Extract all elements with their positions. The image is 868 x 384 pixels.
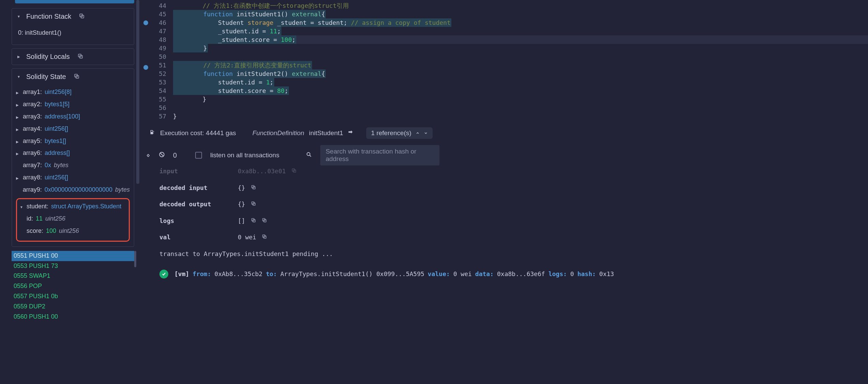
- copy-icon[interactable]: [291, 166, 297, 177]
- code-line[interactable]: [173, 103, 868, 112]
- log-row: logs[]: [159, 216, 854, 226]
- copy-icon[interactable]: [262, 232, 267, 243]
- log-row: input 0xa8b...03e01: [159, 166, 854, 177]
- line-number: 53: [153, 78, 166, 86]
- log-key: logs: [159, 216, 221, 226]
- code-line[interactable]: _student.id = 11;: [173, 27, 868, 35]
- opcode-line[interactable]: 0557 PUSH1 0b: [12, 291, 134, 302]
- solidity-state-section: Solidity State array1: uint256[8]array2:…: [12, 68, 134, 247]
- state-var[interactable]: array6: address[]: [16, 147, 130, 159]
- state-var[interactable]: array1: uint256[8]: [16, 86, 130, 98]
- log-value: 0xa8b...03e01: [238, 166, 286, 177]
- gas-icon: [149, 129, 155, 137]
- log-value: 0 wei: [238, 232, 256, 243]
- jump-icon[interactable]: [348, 129, 353, 137]
- log-key: input: [159, 166, 221, 177]
- copy-icon[interactable]: [251, 183, 256, 193]
- line-number: 51: [153, 61, 166, 69]
- code-line[interactable]: _student.score = 100;: [173, 35, 868, 44]
- pending-count: 0: [173, 151, 177, 159]
- opcode-line[interactable]: 0553 PUSH1 73: [12, 261, 134, 271]
- state-var[interactable]: array7: 0x bytes: [16, 159, 130, 172]
- chevron-right-icon: [16, 148, 20, 158]
- debug-toolbar-strip[interactable]: [15, 0, 134, 3]
- terminal-bar: 0 listen on all transactions Search with…: [139, 142, 868, 169]
- scrollbar[interactable]: [134, 251, 136, 267]
- function-stack-header[interactable]: Function Stack: [12, 9, 134, 25]
- chevron-down-icon: [20, 202, 24, 211]
- function-stack-section: Function Stack 0: initStudent1(): [12, 8, 134, 45]
- code-line[interactable]: student.id = 1;: [173, 78, 868, 86]
- solidity-locals-section: Solidity Locals: [12, 48, 134, 65]
- code-line[interactable]: student.score = 80;: [173, 86, 868, 95]
- opcode-line[interactable]: 0559 DUP2: [12, 302, 134, 312]
- state-var[interactable]: array3: address[100]: [16, 111, 130, 123]
- line-number: 52: [153, 69, 166, 78]
- code-line[interactable]: function initStudent2() external{: [173, 69, 868, 78]
- clear-icon[interactable]: [159, 151, 165, 159]
- terminal-console[interactable]: input 0xa8b...03e01 decoded input{}decod…: [139, 169, 868, 384]
- opcode-list[interactable]: 0551 PUSH1 000553 PUSH1 730555 SWAP10556…: [12, 251, 134, 322]
- references-badge[interactable]: 1 reference(s): [366, 127, 432, 139]
- code-line[interactable]: // 方法1:在函数中创建一个storage的struct引用: [173, 1, 868, 10]
- function-stack-title: Function Stack: [26, 13, 71, 20]
- code-line[interactable]: [173, 52, 868, 61]
- line-number: 57: [153, 112, 166, 121]
- copy-icon[interactable]: [74, 73, 80, 81]
- vm-tag: [vm]: [174, 269, 189, 279]
- chevron-down-icon: [424, 129, 428, 137]
- copy-icon[interactable]: [79, 13, 85, 20]
- chevron-down-icon: [17, 75, 21, 79]
- copy-icon[interactable]: [251, 216, 256, 226]
- svg-point-7: [307, 153, 310, 156]
- solidity-locals-header[interactable]: Solidity Locals: [12, 49, 134, 65]
- line-number: 48: [153, 35, 166, 44]
- chevron-down-icon: [17, 15, 21, 18]
- references-count: 1 reference(s): [371, 129, 411, 137]
- stack-frame[interactable]: 0: initStudent1(): [16, 26, 130, 40]
- chevron-right-icon: [16, 87, 20, 97]
- search-input[interactable]: Search with transaction hash or address: [320, 145, 439, 165]
- code-line[interactable]: }: [173, 112, 868, 121]
- breakpoint-icon[interactable]: [143, 20, 148, 25]
- code-editor[interactable]: 4445464748495051525354555657 // 方法1:在函数中…: [139, 0, 868, 125]
- breakpoint-icon[interactable]: [143, 65, 148, 70]
- solidity-state-header[interactable]: Solidity State: [12, 69, 134, 85]
- state-var[interactable]: array5: bytes1[]: [16, 135, 130, 147]
- state-var-student[interactable]: student: struct ArrayTypes.Student: [20, 201, 126, 213]
- listen-checkbox[interactable]: [195, 152, 202, 159]
- copy-icon[interactable]: [251, 199, 256, 210]
- fn-kind: FunctionDefinition: [252, 129, 304, 137]
- copy-icon[interactable]: [262, 216, 267, 226]
- debug-panel: Function Stack 0: initStudent1() Solidit…: [0, 0, 139, 384]
- check-icon: [159, 270, 168, 278]
- chevron-right-icon: [16, 124, 20, 134]
- expand-icon[interactable]: [146, 153, 151, 158]
- chevron-right-icon: [16, 137, 20, 146]
- chevron-right-icon: [16, 100, 20, 109]
- code-line[interactable]: }: [173, 44, 868, 52]
- state-var[interactable]: array9: 0x000000000000000000 bytes: [16, 184, 130, 196]
- vm-summary[interactable]: [vm] from: 0xAb8...35cb2 to: ArrayTypes.…: [159, 269, 854, 279]
- state-var[interactable]: array8: uint256[]: [16, 172, 130, 184]
- chevron-right-icon: [16, 173, 20, 182]
- code-line[interactable]: }: [173, 95, 868, 103]
- copy-icon[interactable]: [77, 53, 83, 61]
- opcode-line[interactable]: 0551 PUSH1 00: [12, 251, 134, 261]
- scrollbar[interactable]: [136, 0, 139, 184]
- opcode-line[interactable]: 0560 PUSH1 00: [12, 312, 134, 322]
- line-number: 54: [153, 86, 166, 95]
- log-row: decoded input{}: [159, 183, 854, 193]
- line-number: 44: [153, 1, 166, 10]
- line-number: 45: [153, 10, 166, 18]
- state-var[interactable]: array2: bytes1[5]: [16, 98, 130, 111]
- execution-cost: Execution cost: 44441 gas: [160, 129, 236, 137]
- statusbar: Execution cost: 44441 gas FunctionDefini…: [139, 125, 868, 142]
- opcode-line[interactable]: 0556 POP: [12, 281, 134, 291]
- code-line[interactable]: // 方法2:直接引用状态变量的struct: [173, 61, 868, 69]
- opcode-line[interactable]: 0555 SWAP1: [12, 271, 134, 281]
- state-var[interactable]: array4: uint256[]: [16, 123, 130, 135]
- code-line[interactable]: function initStudent1() external{: [173, 10, 868, 18]
- search-icon[interactable]: [306, 151, 312, 159]
- code-line[interactable]: Student storage _student = student; // a…: [173, 18, 868, 27]
